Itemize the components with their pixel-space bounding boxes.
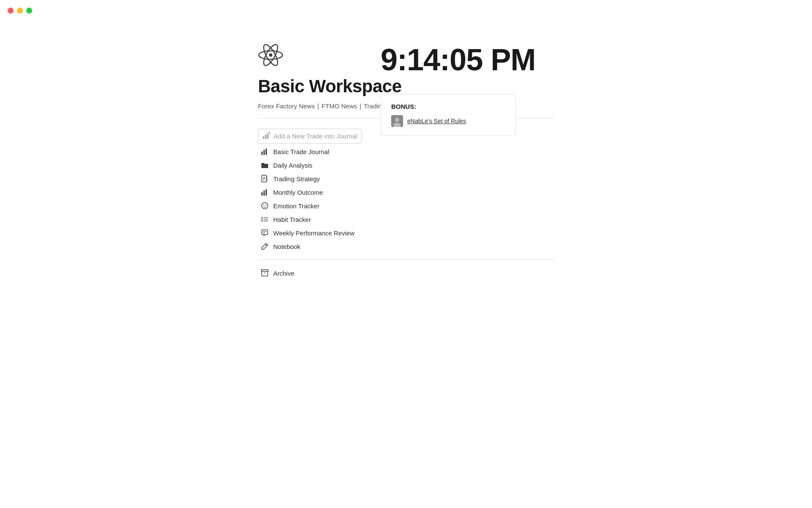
svg-point-22 xyxy=(263,205,264,206)
menu-label-habit-tracker: Habit Tracker xyxy=(273,216,311,223)
traffic-lights xyxy=(8,8,32,14)
link-forex-factory[interactable]: Forex Factory News xyxy=(258,102,315,110)
bonus-link-row[interactable]: eNabLe's Set of Rules xyxy=(391,115,505,127)
menu-item-weekly-performance-review[interactable]: Weekly Performance Review xyxy=(258,226,554,239)
link-ftmo[interactable]: FTMO News xyxy=(321,102,357,110)
svg-point-21 xyxy=(262,203,268,209)
menu-item-habit-tracker[interactable]: Habit Tracker xyxy=(258,213,554,226)
svg-rect-20 xyxy=(266,189,267,196)
review-icon xyxy=(261,229,269,237)
svg-rect-6 xyxy=(267,133,269,139)
main-content: Basic Workspace Forex Factory News | FTM… xyxy=(0,0,812,508)
minimize-button[interactable] xyxy=(17,8,23,14)
archive-icon xyxy=(261,269,269,277)
add-trade-button[interactable]: Add a New Trade into Journal xyxy=(258,129,362,144)
menu-item-emotion-tracker[interactable]: Emotion Tracker xyxy=(258,199,554,212)
page-icon xyxy=(258,42,283,68)
menu-item-monthly-outcome[interactable]: Monthly Outcome xyxy=(258,186,554,199)
menu-label-emotion-tracker: Emotion Tracker xyxy=(273,202,319,210)
svg-point-23 xyxy=(266,205,266,206)
bonus-card: BONUS: eNabLe's Set of Rules xyxy=(381,94,516,136)
close-button[interactable] xyxy=(8,8,14,14)
enable-avatar xyxy=(391,115,403,127)
pencil-icon xyxy=(261,242,269,251)
menu-item-notebook[interactable]: Notebook xyxy=(258,240,554,253)
svg-rect-18 xyxy=(261,192,263,196)
bar-chart2-icon xyxy=(261,188,269,196)
folder-icon xyxy=(261,161,269,169)
menu-item-basic-trade-journal[interactable]: Basic Trade Journal xyxy=(258,145,554,158)
maximize-button[interactable] xyxy=(26,8,32,14)
svg-rect-36 xyxy=(261,270,268,271)
menu-item-trading-strategy[interactable]: Trading Strategy xyxy=(258,172,554,185)
menu-label-archive: Archive xyxy=(273,270,294,277)
bonus-label: BONUS: xyxy=(391,103,505,110)
emotion-icon xyxy=(261,202,269,210)
menu-item-archive[interactable]: Archive xyxy=(258,267,554,279)
svg-rect-10 xyxy=(261,152,263,155)
svg-point-39 xyxy=(395,118,399,122)
svg-rect-12 xyxy=(266,149,267,155)
section-divider xyxy=(258,260,554,260)
bar-chart-icon xyxy=(261,147,269,156)
svg-rect-19 xyxy=(263,190,265,196)
right-panel: 9:14:05 PM BONUS: eNabLe's Set of Rules xyxy=(381,42,535,136)
menu-label-monthly-outcome: Monthly Outcome xyxy=(273,189,323,196)
book-icon xyxy=(261,174,269,183)
svg-line-35 xyxy=(265,244,267,246)
checklist-icon xyxy=(261,215,269,224)
menu-label-basic-trade-journal: Basic Trade Journal xyxy=(273,148,329,155)
menu-label-trading-strategy: Trading Strategy xyxy=(273,175,320,182)
svg-point-0 xyxy=(269,53,272,57)
svg-rect-11 xyxy=(263,150,265,155)
menu-label-notebook: Notebook xyxy=(273,243,300,250)
add-trade-label: Add a New Trade into Journal xyxy=(274,133,357,140)
clock-display: 9:14:05 PM xyxy=(381,42,535,77)
menu-label-daily-analysis: Daily Analysis xyxy=(273,162,313,169)
svg-rect-17 xyxy=(266,176,268,181)
menu-section: Add a New Trade into Journal Basic Trade… xyxy=(258,129,554,253)
menu-item-daily-analysis[interactable]: Daily Analysis xyxy=(258,159,554,171)
svg-rect-5 xyxy=(265,135,266,139)
bonus-link-text[interactable]: eNabLe's Set of Rules xyxy=(407,118,466,124)
svg-rect-4 xyxy=(263,136,264,139)
menu-label-weekly-performance-review: Weekly Performance Review xyxy=(273,229,354,237)
add-trade-icon xyxy=(263,132,270,141)
